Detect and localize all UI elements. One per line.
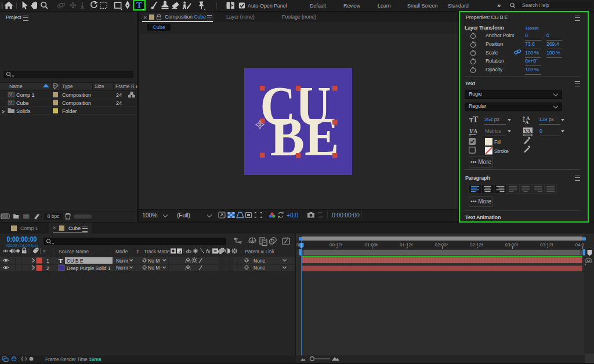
svg-text:Name: Name: [9, 83, 23, 89]
svg-text:A: A: [473, 128, 478, 134]
svg-text:Cube: Cube: [16, 100, 29, 106]
svg-text:A: A: [525, 119, 529, 125]
svg-text:No M: No M: [148, 265, 160, 271]
svg-text:T: T: [59, 257, 63, 264]
svg-text:24: 24: [116, 92, 122, 98]
svg-text:T: T: [473, 115, 479, 124]
svg-text:16ms: 16ms: [89, 356, 102, 362]
svg-text:Default: Default: [310, 3, 326, 9]
svg-text:Composition: Composition: [62, 92, 91, 98]
svg-text:VA: VA: [524, 128, 531, 134]
svg-text:Small Screen: Small Screen: [407, 3, 437, 9]
svg-text:Size: Size: [95, 83, 104, 89]
svg-text:Norm: Norm: [116, 265, 128, 271]
svg-text:Learn: Learn: [378, 3, 391, 9]
svg-text:None: None: [253, 265, 266, 271]
svg-text:None: None: [253, 258, 266, 264]
svg-text:04:0: 04:0: [575, 242, 585, 247]
svg-text:01:00f: 01:00f: [365, 242, 378, 247]
svg-text:T: T: [136, 0, 143, 10]
svg-text:2: 2: [46, 265, 49, 271]
svg-text:24: 24: [116, 100, 122, 106]
svg-text:Search Help: Search Help: [522, 2, 549, 8]
svg-text:Deep Purple Solid 1: Deep Purple Solid 1: [67, 265, 111, 271]
svg-text:Solids: Solids: [16, 108, 31, 114]
svg-text:Standard: Standard: [448, 3, 469, 9]
svg-text:Folder: Folder: [62, 108, 77, 114]
svg-text:Comp 1: Comp 1: [16, 92, 35, 98]
svg-text:»: »: [497, 2, 501, 9]
svg-text:Review: Review: [343, 3, 361, 9]
svg-text:..: ..: [134, 83, 137, 89]
svg-text:BE: BE: [270, 106, 339, 168]
svg-text:03:12f: 03:12f: [540, 242, 553, 247]
svg-text:00:12f: 00:12f: [329, 242, 343, 247]
svg-text:03:00f: 03:00f: [505, 242, 519, 247]
svg-text:Composition: Composition: [62, 100, 91, 106]
svg-text:02:00f: 02:00f: [435, 242, 448, 247]
svg-text:No M: No M: [148, 258, 160, 264]
svg-text:Type: Type: [62, 83, 73, 89]
svg-text:CU B E: CU B E: [67, 258, 84, 264]
svg-text:Auto-Open Panel: Auto-Open Panel: [248, 3, 287, 9]
svg-text:1: 1: [46, 258, 49, 264]
svg-text:Frame Render Time: Frame Render Time: [45, 357, 88, 362]
svg-text:02:12f: 02:12f: [470, 242, 483, 247]
svg-text:Norm: Norm: [116, 258, 128, 264]
svg-text:01:12f: 01:12f: [400, 242, 413, 247]
